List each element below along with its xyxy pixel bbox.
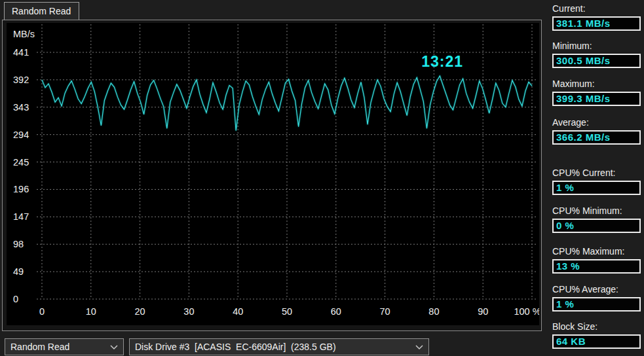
stat-label-cpu-current: CPU% Current: [552, 168, 642, 178]
stat-group-current: Current:381.1 MB/s [552, 3, 642, 31]
stat-group-block-size: Block Size:64 KB [552, 321, 642, 349]
x-axis-tick-label: 40 [233, 306, 243, 317]
x-axis-tick-label: 0 [39, 306, 45, 317]
y-axis-tick-label: 196 [13, 184, 29, 194]
stat-value-cpu-current: 1 % [552, 181, 641, 195]
y-axis-tick-label: 343 [13, 102, 29, 113]
y-axis-tick-label: 49 [13, 266, 24, 277]
y-axis-tick-label: 294 [13, 130, 29, 140]
x-axis-tick-label: 30 [183, 306, 194, 317]
stat-group-cpu-average: CPU% Average:1 % [552, 284, 642, 312]
y-axis-unit-label: MB/s [13, 29, 35, 39]
x-axis-tick-label: 90 [478, 306, 488, 317]
stat-label-cpu-minimum: CPU% Minimum: [552, 205, 642, 216]
tab-random-read[interactable]: Random Read [4, 2, 79, 20]
stat-label-current: Current: [552, 3, 642, 14]
y-axis-tick-label: 441 [13, 47, 29, 58]
stat-group-minimum: Minimum:300.5 MB/s [552, 41, 642, 68]
stat-group-cpu-maximum: CPU% Maximum:13 % [552, 246, 642, 274]
stats-sidebar: Current:381.1 MB/sMinimum:300.5 MB/sMaxi… [552, 0, 642, 356]
stat-group-average: Average:366.2 MB/s [552, 117, 642, 145]
benchmark-chart-svg: 0102030405060708090100 %4413923432942451… [7, 23, 539, 325]
y-axis-tick-label: 392 [13, 75, 29, 85]
x-axis-tick-label: 20 [135, 306, 145, 317]
x-axis-tick-label: 100 % [514, 306, 539, 317]
test-type-select[interactable]: Random Read [5, 338, 124, 355]
chevron-down-icon [415, 345, 423, 350]
stat-value-average: 366.2 MB/s [552, 130, 641, 145]
stat-label-block-size: Block Size: [552, 321, 642, 332]
x-axis-tick-label: 80 [428, 306, 439, 317]
stat-label-minimum: Minimum: [552, 41, 642, 51]
stat-group-cpu-current: CPU% Current:1 % [552, 168, 642, 195]
x-axis-tick-label: 10 [86, 306, 96, 317]
stat-group-cpu-minimum: CPU% Minimum:0 % [552, 205, 642, 233]
chart-panel: 0102030405060708090100 %4413923432942451… [2, 20, 542, 331]
benchmark-chart: 0102030405060708090100 %4413923432942451… [7, 23, 539, 325]
drive-selected-value: Disk Drive #3 [ACASIS EC-6609Air] (238.5… [135, 339, 336, 355]
chevron-down-icon [110, 345, 118, 350]
elapsed-time-display: 13:21 [421, 53, 463, 70]
stat-label-cpu-average: CPU% Average: [552, 284, 642, 294]
y-axis-tick-label: 245 [13, 157, 29, 168]
drive-select[interactable]: Disk Drive #3 [ACASIS EC-6609Air] (238.5… [129, 338, 429, 355]
stat-label-average: Average: [552, 117, 642, 128]
y-axis-tick-label: 0 [13, 294, 18, 304]
stat-value-minimum: 300.5 MB/s [552, 54, 641, 68]
x-axis-tick-label: 60 [331, 306, 341, 317]
stat-label-cpu-maximum: CPU% Maximum: [552, 246, 642, 257]
test-type-selected-value: Random Read [10, 339, 69, 355]
stat-label-maximum: Maximum: [552, 79, 642, 89]
y-axis-tick-label: 147 [13, 211, 29, 222]
stat-value-maximum: 399.3 MB/s [552, 92, 641, 106]
x-axis-tick-label: 50 [282, 306, 292, 317]
stat-value-cpu-minimum: 0 % [552, 219, 641, 233]
stat-value-current: 381.1 MB/s [552, 16, 641, 31]
stat-value-block-size: 64 KB [552, 334, 641, 349]
y-axis-tick-label: 98 [13, 239, 24, 249]
x-axis-tick-label: 70 [380, 306, 390, 317]
stat-value-cpu-maximum: 13 % [552, 259, 641, 274]
stat-group-maximum: Maximum:399.3 MB/s [552, 79, 642, 106]
stat-value-cpu-average: 1 % [552, 297, 641, 312]
